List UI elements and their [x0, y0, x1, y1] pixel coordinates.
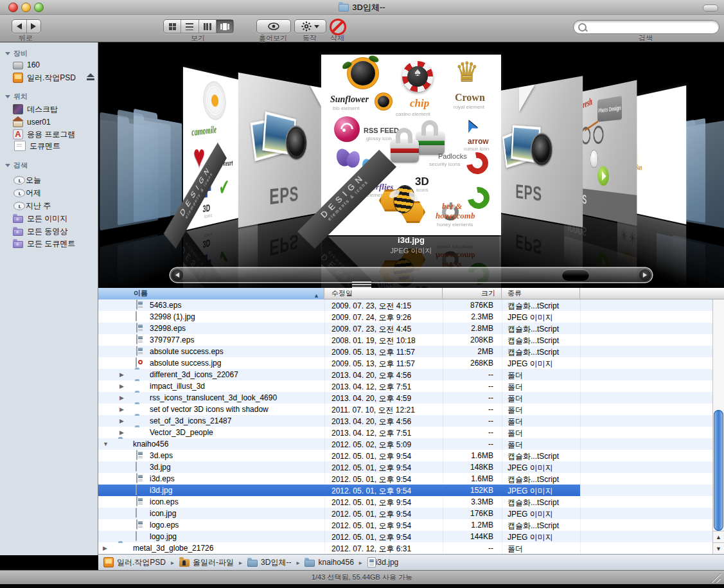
table-row[interactable]: ▶rss_icons_translucent_3d_look_46902013.… — [98, 392, 712, 404]
check-icon: ✔ — [219, 174, 229, 200]
table-row[interactable]: ▼knaiho4562012. 05. 02, 오후 5:09--폴더 — [98, 438, 712, 450]
coverflow-folder-stack-left[interactable] — [100, 104, 182, 238]
sidebar-item-160[interactable]: 160 — [13, 59, 95, 71]
table-row[interactable]: icon.eps2012. 05. 01, 오후 9:543.3MB캡슐화...… — [98, 496, 712, 508]
disclosure-collapsed-icon[interactable]: ▶ — [119, 395, 124, 401]
sidebar-item-all-movies[interactable]: 모든 동영상 — [13, 226, 95, 237]
table-row[interactable]: 32998 (1).jpg2009. 07. 24, 오후 9:262.3MBJ… — [98, 311, 712, 323]
sidebar-item-today[interactable]: 오늘 — [13, 174, 95, 186]
cursor-arrow-icon: ➤ — [459, 116, 482, 137]
disclosure-collapsed-icon[interactable]: ▶ — [103, 545, 107, 551]
sidebar-item-pastweek[interactable]: 지난 주 — [13, 200, 95, 211]
camera-lens-icon — [533, 136, 550, 163]
list-view-icon — [186, 23, 193, 30]
bee-honeycomb-icon — [379, 184, 437, 229]
coverflow-scroll-left-button[interactable] — [172, 269, 183, 281]
column-header-kind[interactable]: 종류 — [502, 288, 580, 299]
table-row[interactable]: absolute success.eps2009. 05. 13, 오후 11:… — [98, 346, 712, 357]
desktop-icon — [13, 104, 23, 114]
coverflow-resize-grip[interactable] — [352, 281, 371, 288]
toolbar-toggle-pill-button[interactable] — [703, 4, 718, 12]
external-drive-icon — [13, 73, 23, 83]
table-row[interactable]: ▶metal_3d_globe_217262012. 07. 12, 오후 6:… — [98, 542, 712, 554]
table-row[interactable]: logo.jpg2012. 05. 01, 오후 9:54144KBJPEG 이… — [98, 531, 712, 542]
coverflow-cover-selected[interactable]: Sunflower bio element chip casino elemen… — [321, 55, 501, 235]
back-button[interactable] — [12, 20, 27, 33]
table-row[interactable]: 3797977.eps2008. 01. 19, 오전 10:18208KB캡슐… — [98, 334, 712, 346]
quicklook-button[interactable] — [256, 19, 291, 33]
view-switcher[interactable] — [163, 19, 234, 33]
disclosure-collapsed-icon[interactable]: ▶ — [119, 418, 124, 424]
clock-icon — [13, 202, 25, 210]
list-view-button[interactable] — [181, 20, 199, 33]
breadcrumb-item-alias[interactable]: 올일러-파일 — [179, 557, 234, 568]
list-scrollbar[interactable]: ▲ ▼ — [712, 299, 724, 554]
sidebar-item-yesterday[interactable]: 어제 — [13, 187, 95, 199]
eps-file-icon — [136, 473, 137, 483]
list-scrollbar-thumb[interactable] — [714, 410, 723, 531]
table-row[interactable]: ▶set_of_3d_icons_214872013. 04. 20, 오후 4… — [98, 415, 712, 427]
disclosure-collapsed-icon[interactable]: ▶ — [119, 371, 124, 378]
table-row[interactable]: icon.jpg2012. 05. 01, 오후 9:54176KBJPEG 이… — [98, 508, 712, 519]
table-row[interactable]: ▶impact_illust_3d2013. 04. 12, 오후 7:51--… — [98, 380, 712, 392]
table-row[interactable]: ▶different_3d_icons_220672013. 04. 20, 오… — [98, 369, 712, 380]
action-button[interactable] — [294, 19, 326, 33]
sidebar-item-applications[interactable]: A응용 프로그램 — [13, 129, 95, 140]
title-bar[interactable]: 3D입체-- — [0, 0, 724, 15]
scroll-down-button[interactable]: ▼ — [713, 542, 724, 555]
sunflower-sub: bio element — [333, 105, 359, 111]
table-row-selected[interactable]: i3d.jpg2012. 05. 01, 오후 9:54152KBJPEG 이미… — [98, 485, 712, 496]
column-header-date[interactable]: 수정일 — [324, 288, 443, 299]
breadcrumb-item-drive[interactable]: 일러.작업PSD — [103, 557, 166, 568]
sidebar: 장비 160 일러.작업PSD 위치 데스크탑 user01 A응용 프로그램 … — [0, 42, 98, 555]
column-header-name[interactable]: 이름▲ — [98, 288, 324, 299]
sidebar-item-documents[interactable]: 도큐멘트 — [13, 140, 95, 152]
table-row[interactable]: ▶Vector_3D_people2013. 04. 12, 오후 7:51--… — [98, 427, 712, 438]
coverflow-scroll-right-button[interactable] — [639, 269, 651, 281]
breadcrumb-item-folder[interactable]: 3D입체-- — [247, 557, 291, 568]
sidebar-item-all-images[interactable]: 모든 이미지 — [13, 213, 95, 224]
forward-button[interactable] — [27, 20, 41, 33]
table-row[interactable]: 3d.eps2012. 05. 01, 오후 9:541.6MB캡슐화...tS… — [98, 450, 712, 461]
clock-icon — [13, 189, 25, 197]
path-bar: 일러.작업PSD ▸ 올일러-파일 ▸ 3D입체-- ▸ knaiho456 ▸… — [98, 554, 724, 570]
table-row[interactable]: 5463.eps2009. 07. 23, 오전 4:15876KB캡슐화...… — [98, 299, 712, 311]
coverflow-cover-eps-right[interactable]: EPS — [499, 76, 583, 227]
sidebar-section-devices[interactable]: 장비 — [5, 49, 28, 58]
column-view-button[interactable] — [199, 20, 216, 33]
sidebar-item-all-documents[interactable]: 모든 도큐멘트 — [13, 238, 95, 249]
coverflow-view-button[interactable] — [216, 20, 233, 33]
coverflow-scrollbar-thumb[interactable] — [562, 269, 589, 281]
breadcrumb-item-file[interactable]: i3d.jpg — [367, 557, 398, 567]
sidebar-section-search[interactable]: 검색 — [5, 161, 28, 170]
coverflow-cover-eps-left[interactable]: EPS — [238, 73, 322, 227]
breadcrumb-item-folder[interactable]: knaiho456 — [305, 558, 353, 567]
search-input[interactable] — [589, 21, 719, 33]
icon-view-button[interactable] — [164, 20, 181, 33]
sidebar-item-home[interactable]: user01 — [13, 116, 95, 128]
disclosure-expanded-icon[interactable]: ▼ — [103, 441, 109, 447]
sidebar-section-places[interactable]: 위치 — [5, 92, 28, 102]
table-row[interactable]: 3d.jpg2012. 05. 01, 오후 9:54148KBJPEG 이미지 — [98, 461, 712, 473]
play-triangle-icon — [602, 172, 606, 181]
sidebar-item-desktop[interactable]: 데스크탑 — [13, 103, 95, 115]
disclosure-collapsed-icon[interactable]: ▶ — [119, 406, 124, 413]
column-header-size[interactable]: 크기 — [443, 288, 502, 299]
table-row[interactable]: absolute success.jpg2009. 05. 13, 오후 11:… — [98, 357, 712, 369]
disclosure-collapsed-icon[interactable]: ▶ — [119, 383, 124, 389]
table-row[interactable]: logo.eps2012. 05. 01, 오후 9:541.2MB캡슐화...… — [98, 519, 712, 531]
back-forward-control[interactable] — [12, 19, 41, 33]
sidebar-item-psd-drive[interactable]: 일러.작업PSD — [13, 72, 95, 84]
coverflow-caption: i3d.jpg JPEG 이미지 — [98, 235, 724, 256]
eject-icon[interactable] — [86, 73, 95, 82]
down-arrow-icon: ▼ — [716, 546, 721, 552]
disclosure-collapsed-icon[interactable]: ▶ — [119, 429, 124, 436]
table-row[interactable]: i3d.eps2012. 05. 01, 오후 9:541.6MB캡슐화...t… — [98, 473, 712, 485]
scroll-up-button[interactable]: ▲ — [713, 531, 724, 543]
daisy-icon — [206, 84, 224, 116]
search-field[interactable] — [573, 20, 720, 34]
coverflow-scrollbar[interactable] — [170, 268, 652, 282]
table-row[interactable]: 32998.eps2009. 07. 23, 오전 4:452.8MB캡슐화..… — [98, 323, 712, 334]
delete-button[interactable] — [330, 19, 345, 34]
table-row[interactable]: ▶set of vector 3D icons with shadow2011.… — [98, 404, 712, 415]
